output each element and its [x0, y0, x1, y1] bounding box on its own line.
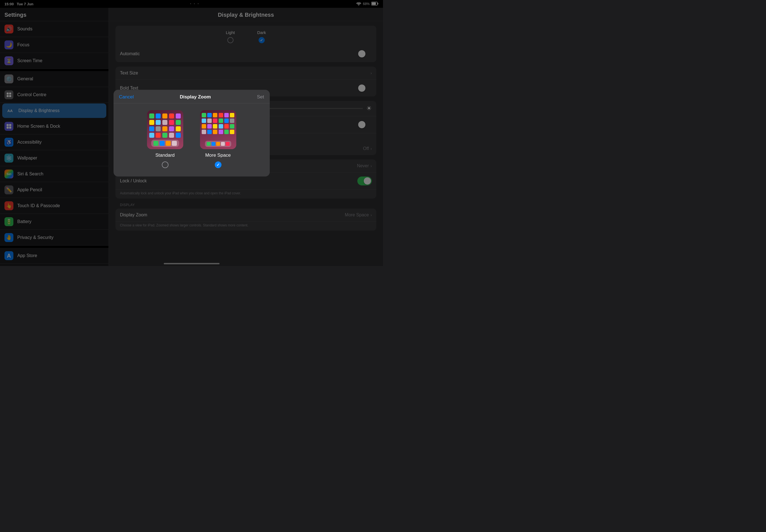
standard-radio[interactable] [162, 161, 168, 168]
display-zoom-modal: Cancel Display Zoom Set [113, 90, 270, 176]
standard-label: Standard [155, 153, 175, 158]
standard-preview-inner [147, 110, 183, 149]
modal-set-button[interactable]: Set [257, 94, 264, 100]
modal-title: Display Zoom [180, 94, 211, 100]
zoom-option-standard[interactable]: Standard [147, 110, 183, 168]
more-space-preview [200, 110, 236, 149]
modal-body: Standard [113, 103, 270, 176]
modal-overlay[interactable]: Cancel Display Zoom Set [0, 0, 383, 266]
more-space-preview-inner [200, 110, 236, 149]
standard-preview [147, 110, 183, 149]
modal-cancel-button[interactable]: Cancel [119, 94, 134, 100]
modal-header: Cancel Display Zoom Set [113, 90, 270, 103]
zoom-option-more-space[interactable]: More Space [200, 110, 236, 168]
more-space-label: More Space [205, 153, 231, 158]
more-space-radio[interactable] [215, 161, 221, 168]
